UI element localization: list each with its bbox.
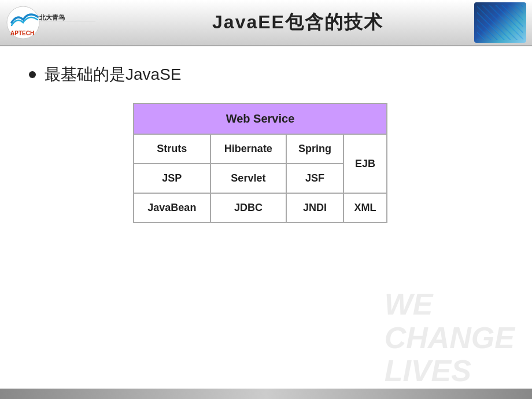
cell-jdbc: JDBC (210, 193, 286, 223)
header-image-inner (477, 5, 523, 40)
page-title: JavaEE包含的技术 (212, 12, 383, 32)
bullet-point-1: 最基础的是JavaSE (29, 64, 503, 86)
watermark-text: WE CHANGE LIVES (385, 288, 515, 387)
header: APTECH 北大青鸟 JavaEE包含的技术 (0, 0, 532, 46)
bullet-dot (29, 71, 36, 78)
table-row-bottom: JavaBean JDBC JNDI XML (134, 193, 387, 223)
tech-table-container: Web Service Struts Hibernate Spring EJB … (133, 103, 387, 223)
content-area: 最基础的是JavaSE Web Service Struts Hibernate… (0, 46, 532, 235)
svg-text:APTECH: APTECH (10, 30, 34, 36)
bullet-text-1: 最基础的是JavaSE (45, 64, 182, 86)
title-area: JavaEE包含的技术 (121, 10, 474, 35)
cell-servlet: Servlet (210, 164, 286, 193)
cell-jsp: JSP (134, 164, 210, 193)
watermark: WE CHANGE LIVES (385, 288, 515, 387)
cell-xml: XML (343, 193, 387, 223)
cell-jndi: JNDI (286, 193, 343, 223)
watermark-line3: LIVES (385, 354, 515, 387)
cell-struts: Struts (134, 134, 210, 164)
aptech-logo: APTECH 北大青鸟 (6, 5, 98, 40)
cell-hibernate: Hibernate (210, 134, 286, 164)
svg-text:北大青鸟: 北大青鸟 (39, 14, 65, 21)
cell-spring: Spring (286, 134, 343, 164)
cell-jsf: JSF (286, 164, 343, 193)
cell-ejb: EJB (343, 134, 387, 193)
logo-area: APTECH 北大青鸟 (6, 5, 121, 40)
header-image (474, 2, 526, 43)
cell-webservice: Web Service (134, 104, 387, 134)
cell-javabean: JavaBean (134, 193, 210, 223)
tech-table: Web Service Struts Hibernate Spring EJB … (133, 103, 387, 223)
watermark-line2: CHANGE (385, 322, 515, 354)
watermark-line1: WE (385, 288, 515, 321)
table-row-frameworks: Struts Hibernate Spring EJB (134, 134, 387, 164)
table-row-webservice: Web Service (134, 104, 387, 134)
footer-bar (0, 389, 532, 399)
